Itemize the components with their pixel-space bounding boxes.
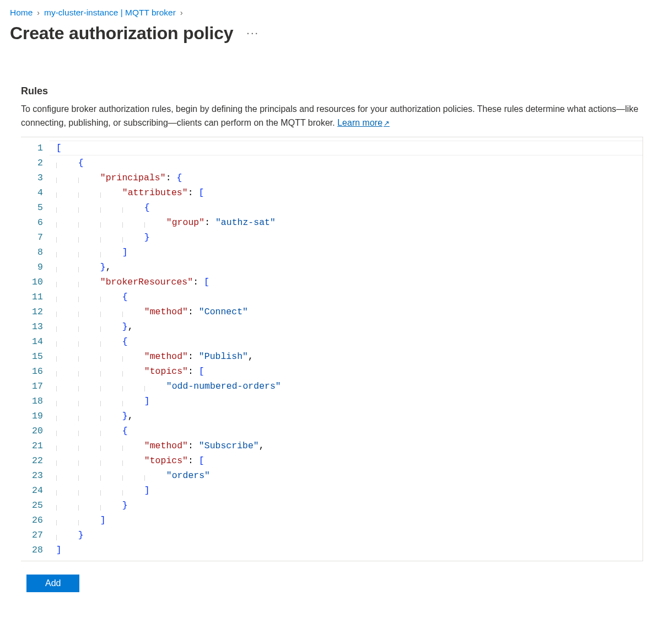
editor-content[interactable]: [ { "principals": { "attributes": [ { "g… [50,137,643,561]
line-number: 18 [32,394,43,409]
line-number: 26 [32,513,43,528]
line-number: 25 [32,498,43,513]
breadcrumb-cluster[interactable]: my-cluster-instance | MQTT broker [44,8,176,18]
line-number: 27 [32,528,43,543]
external-link-icon: ↗ [384,119,390,127]
line-number: 1 [32,141,43,155]
breadcrumb-home[interactable]: Home [10,8,33,18]
line-number: 6 [32,215,43,230]
json-editor[interactable]: 1234567891011121314151617181920212223242… [21,137,643,561]
chevron-right-icon: › [37,8,40,17]
line-number: 21 [32,438,43,453]
line-number: 4 [32,185,43,200]
learn-more-link[interactable]: Learn more↗ [337,118,390,127]
line-number: 8 [32,245,43,260]
line-number: 7 [32,230,43,245]
chevron-right-icon: › [180,8,183,17]
line-number: 11 [32,289,43,304]
add-button[interactable]: Add [26,575,79,592]
line-number: 22 [32,453,43,468]
more-actions-button[interactable]: ··· [246,26,259,39]
line-number: 13 [32,319,43,334]
page-title: Create authorization policy [10,23,233,44]
line-number: 16 [32,364,43,379]
editor-gutter: 1234567891011121314151617181920212223242… [21,137,50,561]
line-number: 19 [32,409,43,423]
line-number: 3 [32,170,43,185]
rules-heading: Rules [21,85,643,97]
line-number: 2 [32,155,43,170]
breadcrumb: Home › my-cluster-instance | MQTT broker… [10,6,643,23]
line-number: 28 [32,543,43,557]
line-number: 14 [32,334,43,349]
line-number: 10 [32,275,43,289]
line-number: 17 [32,379,43,394]
line-number: 5 [32,200,43,215]
line-number: 15 [32,349,43,364]
line-number: 12 [32,304,43,319]
line-number: 24 [32,483,43,498]
rules-description: To configure broker authorization rules,… [21,103,643,130]
line-number: 23 [32,468,43,483]
line-number: 20 [32,423,43,438]
line-number: 9 [32,260,43,275]
